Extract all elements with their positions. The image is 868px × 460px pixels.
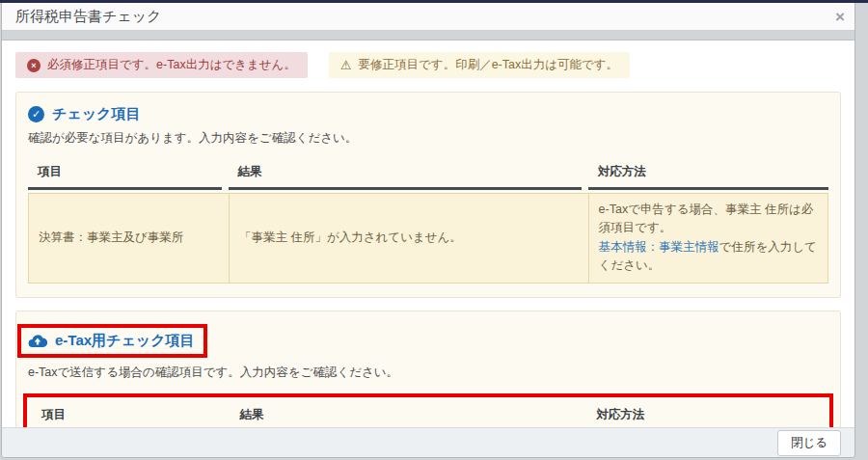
table-row: 決算書：事業主及び事業所 「事業主 住所」が入力されていません。 e-Taxで申…	[28, 193, 828, 284]
column-header-item: 項目	[28, 159, 222, 190]
warning-triangle-icon: ⚠	[340, 59, 352, 71]
table-header-row: 項目 結果 対応方法	[32, 402, 825, 428]
error-badge: × 必須修正項目です。e-Tax出力はできません。	[15, 52, 308, 78]
red-annotation-box-title: e-Tax用チェック項目	[17, 324, 207, 358]
basic-info-link[interactable]: 基本情報：事業主情報	[599, 240, 719, 254]
column-header-result: 結果	[231, 402, 581, 428]
etax-check-items-section: e-Tax用チェック項目 e-Taxで送信する場合の確認項目です。入力内容をご確…	[15, 311, 841, 428]
table-header-row: 項目 結果 対応方法	[28, 159, 828, 190]
warning-badge-label: 要修正項目です。印刷／e-Tax出力は可能です。	[359, 57, 619, 73]
header-divider	[2, 31, 854, 41]
dialog-header: 所得税申告書チェック ×	[2, 3, 854, 31]
section-description: 確認が必要な項目があります。入力内容をご確認ください。	[28, 130, 828, 147]
check-items-table: 項目 結果 対応方法 決算書：事業主及び事業所 「事業主 住所」が入力されていま…	[28, 159, 828, 284]
column-header-result: 結果	[229, 159, 583, 190]
red-annotation-box-table: 項目 結果 対応方法 決算書(不動産用)：利子割引料の内訳 「支払先の住所」に使…	[23, 393, 833, 428]
section-title: チェック項目	[52, 105, 140, 123]
row-action: e-Taxで申告する場合、事業主 住所は必須項目です。基本情報：事業主情報で住所…	[599, 201, 818, 276]
row-action-text: e-Taxで申告する場合、事業主 住所は必須項目です。	[599, 201, 818, 238]
row-item: 決算書：事業主及び事業所	[39, 229, 183, 247]
close-icon[interactable]: ×	[835, 9, 845, 25]
column-header-item: 項目	[32, 402, 224, 428]
dialog-footer: 閉じる	[2, 427, 854, 457]
check-items-section: ✓ チェック項目 確認が必要な項目があります。入力内容をご確認ください。 項目 …	[15, 92, 841, 298]
warning-badge: ⚠ 要修正項目です。印刷／e-Tax出力は可能です。	[329, 52, 630, 78]
status-badges: × 必須修正項目です。e-Tax出力はできません。 ⚠ 要修正項目です。印刷／e…	[15, 52, 841, 78]
tax-check-dialog: 所得税申告書チェック × × 必須修正項目です。e-Tax出力はできません。 ⚠…	[1, 3, 855, 458]
dialog-body: × 必須修正項目です。e-Tax出力はできません。 ⚠ 要修正項目です。印刷／e…	[2, 41, 854, 427]
section-title: e-Tax用チェック項目	[55, 332, 194, 350]
section-description: e-Taxで送信する場合の確認項目です。入力内容をご確認ください。	[28, 365, 828, 381]
column-header-action: 対応方法	[586, 402, 825, 428]
section-header: e-Tax用チェック項目	[28, 324, 828, 358]
error-badge-label: 必須修正項目です。e-Tax出力はできません。	[47, 57, 296, 73]
close-button[interactable]: 閉じる	[777, 430, 841, 456]
check-circle-icon: ✓	[28, 106, 44, 122]
section-header: ✓ チェック項目	[28, 105, 828, 123]
column-header-action: 対応方法	[588, 159, 828, 190]
error-circle-icon: ×	[27, 59, 41, 72]
etax-check-items-table: 項目 結果 対応方法 決算書(不動産用)：利子割引料の内訳 「支払先の住所」に使…	[32, 402, 825, 428]
cloud-upload-icon	[28, 334, 47, 348]
dialog-title: 所得税申告書チェック	[15, 8, 161, 26]
row-result: 「事業主 住所」が入力されていません。	[239, 229, 462, 247]
